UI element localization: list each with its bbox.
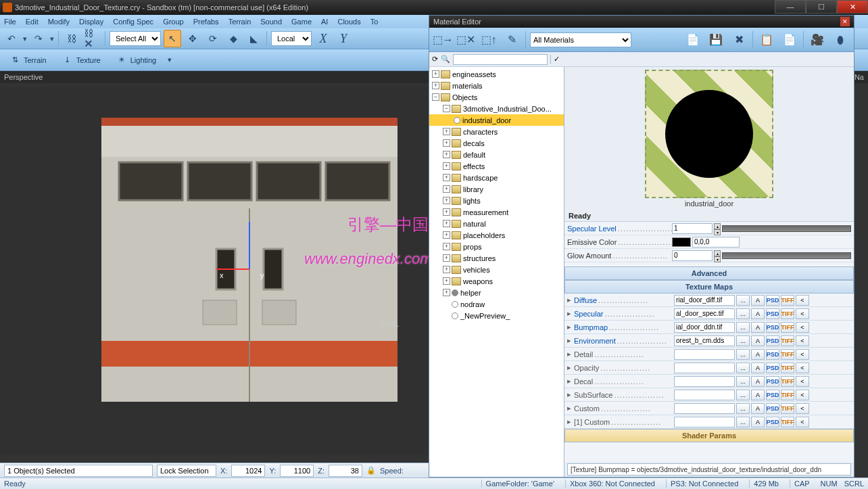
tiff-button[interactable]: TIFF	[781, 349, 794, 360]
tree-natural[interactable]: +natural	[429, 218, 564, 229]
menu-sound[interactable]: Sound	[260, 18, 282, 26]
tree-helper[interactable]: +helper	[429, 287, 564, 298]
save-material-icon[interactable]: 💾	[706, 30, 725, 49]
material-editor-titlebar[interactable]: Material Editor ✕	[429, 16, 854, 28]
texmap-file-input[interactable]	[674, 390, 735, 400]
tree-engineassets[interactable]: +engineassets	[429, 68, 564, 80]
axis-y-button[interactable]: Y	[335, 30, 352, 47]
coord-y[interactable]: 1100	[280, 465, 314, 477]
tree-decals[interactable]: +decals	[429, 137, 564, 149]
new-material-icon[interactable]: 📄	[683, 30, 702, 49]
reload-button[interactable]: <	[796, 417, 809, 427]
psd-button[interactable]: PSD	[766, 335, 779, 346]
psd-button[interactable]: PSD	[766, 322, 779, 333]
tree-measurement[interactable]: +measurement	[429, 206, 564, 218]
tiff-button[interactable]: TIFF	[781, 417, 794, 427]
expand-icon[interactable]: ▸	[567, 390, 573, 399]
tree-industrial-door[interactable]: industrial_door	[429, 114, 564, 126]
browse-button[interactable]: ...	[736, 390, 750, 400]
texmap-file-input[interactable]	[674, 363, 735, 373]
alpha-button[interactable]: A	[751, 403, 765, 414]
alpha-button[interactable]: A	[751, 322, 765, 333]
redo-button[interactable]: ↷	[30, 30, 47, 47]
tree-placeholders[interactable]: +placeholders	[429, 229, 564, 241]
texmap-file-input[interactable]	[674, 417, 735, 427]
tiff-button[interactable]: TIFF	[781, 403, 794, 414]
material-thumbnail[interactable]	[645, 70, 773, 198]
menu-ai[interactable]: AI	[321, 18, 328, 26]
close-button[interactable]: ✕	[837, 0, 868, 14]
tree-vehicles[interactable]: +vehicles	[429, 264, 564, 275]
specular-slider[interactable]	[722, 225, 851, 232]
menu-configspec[interactable]: Config Spec	[113, 18, 153, 26]
coord-z[interactable]: 38	[329, 465, 362, 477]
lighting-mode-button[interactable]: ☀ Lighting	[110, 51, 163, 70]
tiff-button[interactable]: TIFF	[781, 363, 794, 373]
paste-icon[interactable]: 📄	[780, 30, 799, 49]
material-search-input[interactable]	[453, 54, 548, 65]
search-icon[interactable]: 🔍	[441, 55, 450, 64]
alpha-button[interactable]: A	[751, 349, 765, 360]
psd-button[interactable]: PSD	[766, 403, 779, 414]
viewport-canvas[interactable]: x y Solid1	[0, 87, 429, 455]
tree-objects[interactable]: −Objects	[429, 91, 564, 103]
menu-display[interactable]: Display	[79, 18, 103, 26]
menu-group[interactable]: Group	[163, 18, 184, 26]
select-mode-dropdown[interactable]: Select All	[110, 31, 161, 46]
reload-button[interactable]: <	[796, 390, 809, 400]
specular-level-input[interactable]	[672, 223, 713, 234]
psd-button[interactable]: PSD	[766, 363, 779, 373]
material-editor-close[interactable]: ✕	[840, 17, 850, 26]
sphere-preview-icon[interactable]: ⬮	[831, 30, 850, 49]
expand-icon[interactable]: ▸	[567, 296, 573, 304]
expand-icon[interactable]: ▸	[567, 309, 573, 318]
tiff-button[interactable]: TIFF	[781, 335, 794, 346]
texmap-file-input[interactable]	[674, 308, 735, 319]
reload-button[interactable]: <	[796, 403, 809, 414]
browse-button[interactable]: ...	[736, 295, 750, 306]
expand-icon[interactable]: ▸	[567, 336, 573, 345]
tree-effects[interactable]: +effects	[429, 160, 564, 172]
minimize-button[interactable]: —	[775, 0, 806, 14]
undo-button[interactable]: ↶	[3, 30, 20, 47]
tree-hardscape[interactable]: +hardscape	[429, 172, 564, 183]
material-filter-dropdown[interactable]: All Materials	[530, 32, 631, 47]
psd-button[interactable]: PSD	[766, 390, 779, 400]
tree-props[interactable]: +props	[429, 241, 564, 252]
terrain-mode-button[interactable]: ⇅ Terrain	[3, 51, 53, 70]
alpha-button[interactable]: A	[751, 417, 765, 427]
reload-button[interactable]: <	[796, 363, 809, 373]
psd-button[interactable]: PSD	[766, 417, 779, 427]
tree-characters[interactable]: +characters	[429, 126, 564, 137]
tree-materials[interactable]: +materials	[429, 80, 564, 91]
reload-button[interactable]: <	[796, 322, 809, 333]
texmap-file-input[interactable]	[674, 322, 735, 333]
lock-icon[interactable]: 🔒	[366, 466, 376, 475]
browse-button[interactable]: ...	[736, 376, 750, 387]
section-shader[interactable]: Shader Params	[564, 429, 854, 442]
browse-button[interactable]: ...	[736, 308, 750, 319]
browse-button[interactable]: ...	[736, 335, 750, 346]
texmap-file-input[interactable]	[674, 403, 735, 414]
tiff-button[interactable]: TIFF	[781, 308, 794, 319]
menu-terrain[interactable]: Terrain	[228, 18, 251, 26]
get-material-icon[interactable]: ⬚↑	[479, 30, 498, 49]
maximize-button[interactable]: ☐	[806, 0, 837, 14]
tree-3dmotive[interactable]: −3dmotive_Industrial_Doo...	[429, 103, 564, 114]
preview-mode-icon[interactable]: 🎥	[808, 30, 827, 49]
psd-button[interactable]: PSD	[766, 295, 779, 306]
expand-icon[interactable]: ▸	[567, 404, 573, 413]
alpha-button[interactable]: A	[751, 390, 765, 400]
reload-button[interactable]: <	[796, 376, 809, 387]
section-advanced[interactable]: Advanced	[564, 266, 854, 280]
alpha-button[interactable]: A	[751, 308, 765, 319]
browse-button[interactable]: ...	[736, 363, 750, 373]
selectterrain-tool[interactable]: ◣	[245, 30, 262, 47]
menu-edit[interactable]: Edit	[26, 18, 39, 26]
pick-material-icon[interactable]: ✎	[502, 30, 521, 49]
glow-slider[interactable]	[722, 252, 851, 259]
menu-game[interactable]: Game	[291, 18, 312, 26]
tree-structures[interactable]: +structures	[429, 252, 564, 264]
expand-icon[interactable]: ▸	[567, 363, 573, 372]
expand-icon[interactable]: ▸	[567, 377, 573, 386]
